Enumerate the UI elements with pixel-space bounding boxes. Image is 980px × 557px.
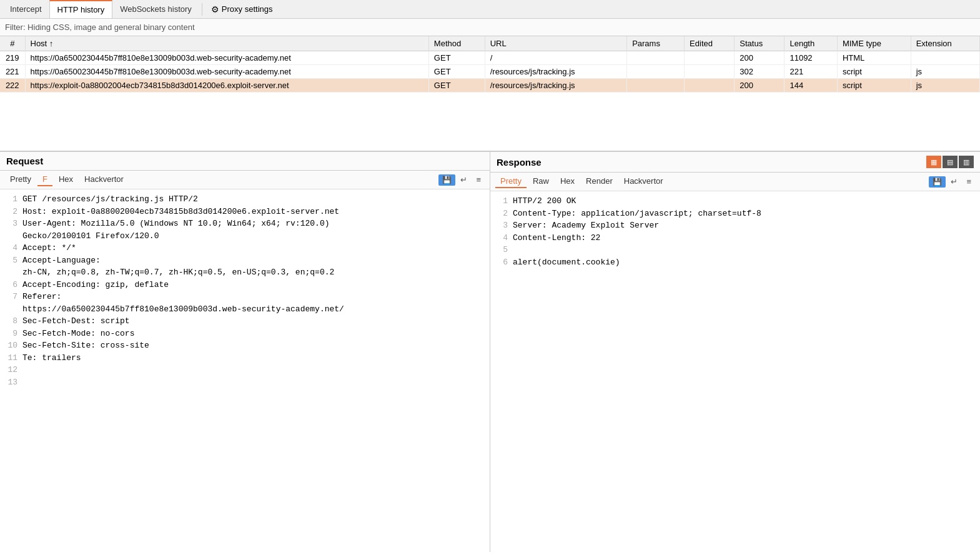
col-header-params[interactable]: Params — [627, 36, 685, 51]
line-text: https://0a6500230445b7ff810e8e13009b003d… — [22, 303, 344, 316]
table-cell: js — [911, 79, 979, 93]
code-line: 1GET /resources/js/tracking.js HTTP/2 — [5, 193, 485, 206]
code-line: 12 — [5, 364, 485, 376]
line-text: Te: trailers — [22, 352, 81, 364]
line-text: Accept: */* — [22, 242, 76, 254]
table-cell: 144 — [784, 79, 837, 93]
col-header-num[interactable]: # — [0, 36, 25, 51]
request-tab-pretty[interactable]: Pretty — [5, 173, 36, 186]
response-ln-btn[interactable]: ↵ — [947, 176, 961, 188]
line-number: 1 — [495, 195, 508, 208]
code-line: 8Sec-Fetch-Dest: script — [5, 315, 485, 328]
table-cell: 221 — [784, 65, 837, 79]
line-text: Sec-Fetch-Site: cross-site — [22, 339, 149, 352]
request-tab-hackvertor[interactable]: Hackvertor — [79, 173, 129, 186]
nav-divider — [202, 3, 202, 16]
line-number — [5, 303, 17, 316]
code-line: zh-CN, zh;q=0.8, zh-TW;q=0.7, zh-HK;q=0.… — [5, 266, 485, 279]
code-line: 6Accept-Encoding: gzip, deflate — [5, 279, 485, 291]
line-number: 11 — [5, 352, 17, 364]
line-text: Accept-Encoding: gzip, deflate — [22, 279, 169, 291]
request-tab-hex[interactable]: Hex — [54, 173, 78, 186]
proxy-settings-btn[interactable]: ⚙ Proxy settings — [205, 2, 279, 17]
table-cell: 221 — [0, 65, 25, 79]
line-text: Gecko/20100101 Firefox/120.0 — [22, 230, 159, 243]
gear-icon: ⚙ — [211, 4, 219, 14]
col-header-method[interactable]: Method — [428, 36, 485, 51]
request-code-area: 1GET /resources/js/tracking.js HTTP/22Ho… — [0, 189, 490, 552]
tab-websockets-history[interactable]: WebSockets history — [112, 0, 199, 18]
request-ln-btn[interactable]: ↵ — [457, 174, 471, 186]
col-header-length[interactable]: Length — [784, 36, 837, 51]
code-line: 2Host: exploit-0a88002004ecb734815b8d3d0… — [5, 206, 485, 218]
line-number: 5 — [495, 244, 508, 256]
table-cell — [911, 51, 979, 65]
line-number: 2 — [5, 206, 17, 218]
line-number: 4 — [495, 232, 508, 244]
table-cell: GET — [428, 65, 485, 79]
response-tab-render[interactable]: Render — [581, 175, 618, 188]
code-line: 3User-Agent: Mozilla/5.0 (Windows NT 10.… — [5, 218, 485, 230]
table-cell — [627, 65, 685, 79]
response-tab-raw[interactable]: Raw — [528, 175, 554, 188]
table-cell: /resources/js/tracking.js — [485, 65, 626, 79]
http-table: # Host ↑ Method URL Params Edited Status… — [0, 36, 980, 93]
split-view-icon: ▥ — [963, 158, 969, 166]
table-row[interactable]: 219https://0a6500230445b7ff810e8e13009b0… — [0, 51, 980, 65]
list-view-icon: ▤ — [947, 158, 953, 166]
request-menu-btn[interactable]: ≡ — [472, 174, 485, 186]
col-header-status[interactable]: Status — [735, 36, 784, 51]
view-btn-grid[interactable]: ▦ — [926, 156, 941, 168]
response-tab-hex[interactable]: Hex — [555, 175, 580, 188]
filter-bar[interactable]: Filter: Hiding CSS, image and general bi… — [0, 19, 980, 36]
code-line: 13 — [5, 376, 485, 389]
table-cell: / — [485, 51, 626, 65]
table-cell: https://exploit-0a88002004ecb734815b8d3d… — [25, 79, 428, 93]
code-line: 5 — [495, 244, 975, 256]
bottom-panels: Request Pretty F Hex Hackvertor 💾 ↵ ≡ 1G… — [0, 152, 980, 552]
code-line: 9Sec-Fetch-Mode: no-cors — [5, 328, 485, 340]
tab-http-history[interactable]: HTTP history — [49, 0, 113, 18]
line-text: Content-Length: 22 — [513, 232, 600, 244]
col-header-edited[interactable]: Edited — [685, 36, 735, 51]
table-cell — [627, 51, 685, 65]
line-number: 8 — [5, 315, 17, 328]
response-tab-pretty[interactable]: Pretty — [495, 175, 527, 188]
line-text: Sec-Fetch-Mode: no-cors — [22, 328, 134, 340]
table-row[interactable]: 221https://0a6500230445b7ff810e8e13009b0… — [0, 65, 980, 79]
view-btn-split[interactable]: ▥ — [959, 156, 974, 168]
table-cell — [685, 65, 735, 79]
line-text: GET /resources/js/tracking.js HTTP/2 — [22, 193, 198, 206]
col-header-host[interactable]: Host ↑ — [25, 36, 428, 51]
col-header-url[interactable]: URL — [485, 36, 626, 51]
table-cell: /resources/js/tracking.js — [485, 79, 626, 93]
line-number: 3 — [495, 219, 508, 232]
col-header-mime[interactable]: MIME type — [837, 36, 911, 51]
table-cell: script — [837, 65, 911, 79]
table-cell: js — [911, 65, 979, 79]
code-line: 1HTTP/2 200 OK — [495, 195, 975, 208]
http-table-area: # Host ↑ Method URL Params Edited Status… — [0, 36, 980, 152]
line-number: 3 — [5, 218, 17, 230]
code-line: 11Te: trailers — [5, 352, 485, 364]
response-panel-header: Response ▦ ▤ ▥ — [490, 152, 980, 173]
table-cell — [685, 51, 735, 65]
request-panel-header: Request — [0, 152, 490, 171]
line-text: alert(document.cookie) — [513, 256, 620, 269]
line-number: 13 — [5, 376, 17, 389]
line-text: Sec-Fetch-Dest: script — [22, 315, 130, 328]
table-body: 219https://0a6500230445b7ff810e8e13009b0… — [0, 51, 980, 93]
request-tab-f[interactable]: F — [37, 173, 52, 186]
view-btn-list[interactable]: ▤ — [943, 156, 958, 168]
response-save-btn[interactable]: 💾 — [929, 176, 946, 188]
line-number: 5 — [5, 254, 17, 267]
response-tab-hackvertor[interactable]: Hackvertor — [619, 175, 668, 188]
table-cell — [685, 79, 735, 93]
col-header-extension[interactable]: Extension — [911, 36, 979, 51]
tab-intercept[interactable]: Intercept — [2, 0, 49, 18]
request-save-btn[interactable]: 💾 — [438, 174, 455, 186]
response-menu-btn[interactable]: ≡ — [963, 176, 975, 188]
table-row[interactable]: 222https://exploit-0a88002004ecb734815b8… — [0, 79, 980, 93]
line-number: 7 — [5, 291, 17, 303]
line-text: HTTP/2 200 OK — [513, 195, 576, 208]
